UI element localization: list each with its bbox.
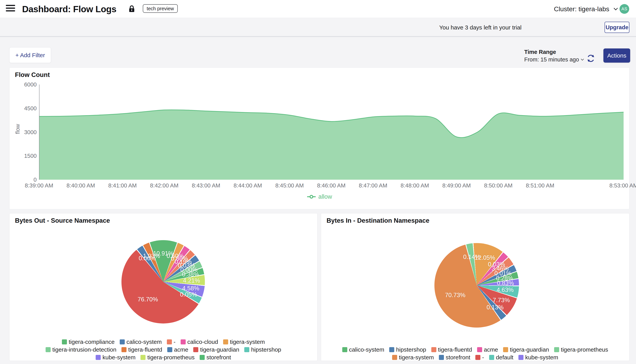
- upgrade-button[interactable]: Upgrade: [604, 22, 629, 33]
- legend-swatch-icon: [121, 347, 127, 352]
- x-tick-label: 8:43:00 AM: [184, 182, 228, 189]
- legend-row: tigera-systemstorefront-defaultkube-syst…: [321, 354, 629, 361]
- legend-label: tigera-intrusion-detection: [52, 346, 116, 353]
- legend-item[interactable]: tigera-system: [223, 338, 265, 345]
- legend-item[interactable]: default: [489, 354, 513, 361]
- legend-item[interactable]: tigera-fluentd: [121, 346, 162, 353]
- legend-item[interactable]: tigera-intrusion-detection: [46, 346, 116, 353]
- legend-item[interactable]: acme: [167, 346, 188, 353]
- pie-slice-label: 0.13%: [487, 304, 504, 311]
- pie-slice-label: 0.06%: [139, 255, 156, 262]
- legend-row: calico-systemhipstershoptigera-fluentdac…: [321, 346, 629, 353]
- legend-label: tigera-fluentd: [128, 346, 162, 353]
- pie-slice-label: 0.03%: [488, 261, 505, 268]
- x-tick-label: 8:45:00 AM: [268, 182, 311, 189]
- chevron-down-icon: [614, 6, 618, 10]
- legend-label: calico-cloud: [187, 338, 218, 345]
- y-tick-label: 1500: [13, 152, 37, 159]
- legend-swatch-icon: [96, 355, 101, 360]
- actions-button[interactable]: Actions: [603, 48, 630, 62]
- flow-area-fill: [39, 110, 623, 180]
- legend-item[interactable]: tigera-prometheus: [554, 346, 608, 353]
- pie-slice-label: 3.46%: [492, 265, 509, 272]
- flow-count-card: Flow Count flow 60004500300015000 8:39:0…: [9, 68, 629, 209]
- legend-item[interactable]: tigera-guardian: [503, 346, 549, 353]
- pie-slice-label: 0.36%: [171, 255, 188, 262]
- avatar[interactable]: AS: [619, 4, 629, 14]
- legend-item[interactable]: storefront: [439, 354, 470, 361]
- legend-swatch-icon: [46, 347, 51, 352]
- flow-area-chart[interactable]: [39, 84, 623, 180]
- legend-item[interactable]: storefront: [200, 354, 231, 361]
- legend-item[interactable]: -: [167, 338, 176, 345]
- cluster-label: Cluster: tigera-labs: [554, 5, 609, 13]
- legend-label: kube-system: [525, 354, 558, 361]
- pie-slice-label: 70.73%: [445, 292, 465, 299]
- legend-label: tigera-system: [399, 354, 434, 361]
- legend-label: tigera-guardian: [200, 346, 239, 353]
- pie-slice-label: 1.93%: [143, 252, 160, 260]
- legend-item[interactable]: calico-system: [342, 346, 384, 353]
- legend-label: tigera-guardian: [510, 346, 549, 353]
- flow-legend-allow[interactable]: allow: [10, 193, 629, 200]
- legend-swatch-icon: [503, 347, 508, 352]
- time-range-selector[interactable]: Time Range From: 15 minutes ago: [524, 49, 583, 63]
- legend-swatch-icon: [167, 340, 172, 344]
- legend-label: tigera-compliance: [69, 338, 115, 345]
- app-root: { "header": { "title": "Dashboard: Flow …: [0, 0, 636, 364]
- legend-label: acme: [484, 346, 498, 353]
- pie-slice-label: 4.21%: [183, 277, 200, 284]
- bytes-out-pie[interactable]: 0.60%0.36%0.19%0.03%0.00%0.38%4.21%4.58%…: [121, 240, 205, 324]
- legend-label: calico-system: [127, 338, 162, 345]
- x-tick-label: 8:39:00 AM: [18, 182, 61, 189]
- legend-item[interactable]: hipstershop: [244, 346, 281, 353]
- flow-count-title: Flow Count: [15, 71, 50, 78]
- legend-item[interactable]: tigera-fluentd: [431, 346, 472, 353]
- legend-swatch-icon: [554, 347, 559, 352]
- menu-icon[interactable]: [6, 5, 15, 13]
- legend-row: tigera-intrusion-detectiontigera-fluentd…: [10, 346, 317, 353]
- pie-slice-label: 0.19%: [175, 258, 192, 265]
- time-range-value: From: 15 minutes ago: [524, 56, 579, 63]
- legend-item[interactable]: kube-system: [518, 354, 558, 361]
- legend-swatch-icon: [120, 340, 125, 344]
- legend-swatch-icon: [389, 347, 394, 352]
- legend-item[interactable]: acme: [477, 346, 498, 353]
- legend-swatch-icon: [244, 347, 249, 352]
- legend-swatch-icon: [200, 355, 205, 360]
- bytes-in-title: Bytes In - Destination Namespace: [327, 217, 429, 224]
- legend-label: hipstershop: [396, 346, 426, 353]
- legend-swatch-icon: [342, 347, 347, 352]
- legend-item[interactable]: calico-system: [120, 338, 162, 345]
- app-header: Dashboard: Flow Logs tech preview Cluste…: [0, 0, 636, 18]
- add-filter-button[interactable]: + Add Filter: [9, 47, 51, 63]
- trial-banner: You have 3 days left in your trial Upgra…: [0, 18, 636, 37]
- legend-item[interactable]: -: [475, 354, 484, 361]
- tech-preview-badge: tech preview: [143, 4, 178, 13]
- page-title: Dashboard: Flow Logs: [22, 4, 116, 14]
- pie-slice-label: 0.38%: [182, 271, 199, 278]
- legend-swatch-icon: [62, 340, 67, 344]
- refresh-icon[interactable]: [586, 54, 595, 63]
- pie-slice-label: 0.60%: [167, 252, 184, 260]
- chevron-down-icon: [581, 58, 584, 61]
- bytes-in-pie[interactable]: 12.05%0.03%3.46%0.01%0.28%0.83%4.63%7.73…: [434, 243, 519, 328]
- legend-item[interactable]: calico-cloud: [181, 338, 218, 345]
- legend-item[interactable]: tigera-prometheus: [140, 354, 194, 361]
- legend-item[interactable]: kube-system: [96, 354, 135, 361]
- legend-swatch-icon: [193, 347, 198, 352]
- legend-label: calico-system: [349, 346, 384, 353]
- legend-swatch-icon: [431, 347, 436, 352]
- allow-line-marker-icon: [307, 194, 316, 199]
- legend-item[interactable]: tigera-compliance: [62, 338, 115, 345]
- legend-label: tigera-prometheus: [147, 354, 194, 361]
- legend-item[interactable]: tigera-guardian: [193, 346, 239, 353]
- pie-slice-label: 10.91%: [153, 250, 173, 257]
- legend-item[interactable]: hipstershop: [389, 346, 426, 353]
- cluster-selector[interactable]: Cluster: tigera-labs: [554, 0, 617, 18]
- legend-item[interactable]: tigera-system: [392, 354, 434, 361]
- legend-swatch-icon: [140, 355, 146, 360]
- pie-slice-label: 12.05%: [475, 254, 495, 261]
- legend-label: -: [482, 354, 484, 361]
- pie-slice-label: 0.01%: [494, 270, 511, 277]
